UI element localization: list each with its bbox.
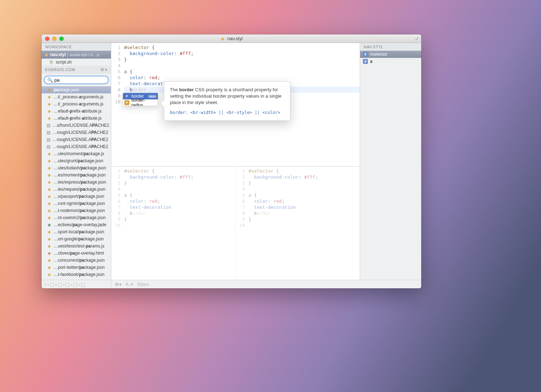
file-item[interactable]: ◈…sport-local/package.json bbox=[42, 228, 111, 235]
property-icon: P bbox=[124, 100, 129, 105]
file-name: …efault-prefix-attribute.js bbox=[54, 116, 102, 121]
file-name: …es/moment/package.json bbox=[54, 173, 106, 178]
file-icon: ▤ bbox=[47, 137, 50, 142]
file-icon: ◈ bbox=[47, 87, 52, 92]
file-item[interactable]: ▤…rough/LICENSE.APACHE2 bbox=[42, 129, 111, 136]
file-item[interactable]: ◈…ules/moment/package.js bbox=[42, 150, 111, 157]
file-item[interactable]: ◈…s/passport/package.json bbox=[42, 193, 111, 200]
file-item[interactable]: ◈…t/_process-arguments.js bbox=[42, 93, 111, 100]
file-name: …s/from/LICENSE.APACHE2 bbox=[53, 123, 109, 128]
file-name: …sport-local/package.json bbox=[54, 229, 104, 234]
file-item[interactable]: ◈…les/request/package.json bbox=[42, 186, 111, 193]
file-icon: ◈ bbox=[47, 158, 52, 163]
file-icon: ▤ bbox=[47, 130, 50, 135]
file-icon: ▤ bbox=[47, 123, 50, 128]
file-name: …port-twitter/package.json bbox=[54, 265, 105, 270]
gutter: 12345678910 bbox=[111, 43, 123, 166]
file-icon: ◈ bbox=[47, 109, 52, 114]
outline-item[interactable]: ##selector bbox=[360, 51, 421, 58]
file-name: …s/passport/package.json bbox=[54, 194, 104, 199]
project-header: EVERGIG.COM ✻▾ bbox=[42, 66, 111, 74]
file-name: …runt-ngmin/package.json bbox=[54, 201, 105, 206]
file-name: …t-facebook/package.json bbox=[54, 272, 105, 277]
file-name: …rough/LICENSE.APACHE2 bbox=[53, 130, 108, 135]
file-icon: ◈ bbox=[47, 194, 52, 199]
file-icon: ⎘ bbox=[49, 60, 54, 65]
titlebar[interactable]: ◈ nav.styl ⤢ bbox=[42, 34, 421, 43]
file-item[interactable]: ◈…ectives/page-overlay.jade bbox=[42, 221, 111, 228]
file-item[interactable]: ▤…rough/LICENSE.APACHE2 bbox=[42, 143, 111, 150]
search-input[interactable]: 🔍 bbox=[44, 76, 109, 84]
file-name: …efault-prefix-attribute.js bbox=[54, 109, 102, 114]
outline-label: #selector bbox=[370, 52, 387, 57]
file-item[interactable]: ◈…concurrent/package.json bbox=[42, 257, 111, 264]
autocomplete-item[interactable]: Pborder-radius bbox=[123, 99, 158, 106]
folder-icon[interactable]: ▢ bbox=[65, 282, 70, 287]
folder-icon[interactable]: ▢ bbox=[73, 282, 77, 287]
gear-icon[interactable]: ✻▾ bbox=[100, 66, 107, 74]
file-item[interactable]: ◈package.json bbox=[42, 86, 111, 93]
file-item[interactable]: ◈…ules/lodash/package.json bbox=[42, 164, 111, 172]
file-item[interactable]: ◈…nt-usemin2/package.json bbox=[42, 214, 111, 221]
file-name: …nt-usemin2/package.json bbox=[54, 215, 106, 220]
breadcrumb[interactable]: ⌂› ▢› ▢› ▢› ▢› ▢ bbox=[42, 280, 111, 288]
editor-window: ◈ nav.styl ⤢ WORKSPACE ◈ nav.styl | avat… bbox=[42, 34, 421, 288]
folder-icon[interactable]: ▢ bbox=[58, 282, 62, 287]
file-item[interactable]: ◈…es/moment/package.json bbox=[42, 172, 111, 179]
property-icon: P bbox=[124, 94, 129, 99]
file-item[interactable]: ◈…efault-prefix-attribute.js bbox=[42, 108, 111, 115]
file-name: …ctives/page-overlay.html bbox=[54, 251, 104, 256]
editor-area: 12345678910 #selector { background-color… bbox=[111, 43, 360, 280]
file-item[interactable]: ◈…ctives/page-overlay.html bbox=[42, 250, 111, 257]
file-item[interactable]: ◈…t-nodemon/package.json bbox=[42, 207, 111, 214]
file-item[interactable]: ◈…uest/tests/test-params.js bbox=[42, 243, 111, 250]
file-icon: ◈ bbox=[47, 272, 52, 277]
folder-icon[interactable]: ▢ bbox=[50, 282, 54, 287]
file-icon: ◈ bbox=[47, 258, 52, 263]
language-mode[interactable]: Stylus bbox=[137, 282, 149, 287]
file-icon: ◈ bbox=[47, 151, 52, 156]
file-icon: ◈ bbox=[44, 52, 49, 57]
file-item[interactable]: ▤…s/from/LICENSE.APACHE2 bbox=[42, 122, 111, 129]
footer: ⌂› ▢› ▢› ▢› ▢› ▢ ✻▾ 8, 4 Stylus bbox=[42, 280, 421, 288]
file-name: …t/_process-arguments.js bbox=[54, 94, 103, 99]
file-item[interactable]: ◈…runt-ngmin/package.json bbox=[42, 200, 111, 207]
autocomplete-label: border-radius bbox=[132, 98, 156, 106]
fullscreen-icon[interactable]: ⤢ bbox=[415, 36, 419, 42]
file-icon: ◈ bbox=[47, 94, 52, 99]
home-icon[interactable]: ⌂ bbox=[44, 282, 47, 287]
outline-item[interactable]: #a bbox=[360, 58, 421, 65]
file-icon: ◈ bbox=[47, 201, 52, 206]
file-name: …rough/LICENSE.APACHE2 bbox=[53, 144, 108, 149]
doc-tooltip: The border CSS property is a shorthand p… bbox=[164, 81, 290, 121]
selector-icon: # bbox=[363, 52, 368, 57]
file-icon: ◈ bbox=[47, 116, 52, 121]
folder-icon[interactable]: ▢ bbox=[81, 282, 85, 287]
open-files-tab[interactable]: ◈ nav.styl | avatar.styl | b…yl bbox=[42, 51, 111, 59]
file-item[interactable]: ◈…efault-prefix-attribute.js bbox=[42, 115, 111, 122]
file-item[interactable]: ◈…ules/grunt/package.json bbox=[42, 157, 111, 164]
file-item[interactable]: ▤…rough/LICENSE.APACHE2 bbox=[42, 136, 111, 143]
file-icon: ◈ bbox=[47, 236, 52, 241]
file-icon: ◈ bbox=[47, 165, 52, 170]
file-name: …ules/moment/package.js bbox=[54, 151, 104, 156]
file-item[interactable]: ◈…t/_process-arguments.js bbox=[42, 100, 111, 108]
file-item[interactable]: ◈…port-twitter/package.json bbox=[42, 264, 111, 271]
file-name: …ules/lodash/package.json bbox=[54, 165, 106, 170]
cursor-position: 8, 4 bbox=[126, 282, 133, 287]
gear-icon[interactable]: ✻▾ bbox=[115, 282, 122, 287]
editor-pane-split-left[interactable]: 12345678910#selector { background-color:… bbox=[111, 167, 235, 280]
file-item[interactable]: ◈…t-facebook/package.json bbox=[42, 271, 111, 278]
file-icon: ◈ bbox=[47, 102, 52, 107]
outline-panel: NAV.STYL ##selector#a bbox=[360, 43, 421, 280]
editor-pane-main[interactable]: 12345678910 #selector { background-color… bbox=[111, 43, 360, 167]
autocomplete-popup[interactable]: Pborder⎋escPborder-radius bbox=[123, 93, 158, 106]
search-field[interactable] bbox=[54, 77, 114, 83]
editor-pane-split-right[interactable]: 12345678910#selector { background-color:… bbox=[235, 167, 360, 280]
workspace-header: WORKSPACE bbox=[42, 43, 111, 51]
sidebar: WORKSPACE ◈ nav.styl | avatar.styl | b…y… bbox=[42, 43, 111, 280]
file-name: …ort-google/package.json bbox=[54, 236, 104, 241]
file-item[interactable]: ⎘script.sh bbox=[42, 59, 111, 66]
file-item[interactable]: ◈…les/express/package.json bbox=[42, 179, 111, 186]
file-item[interactable]: ◈…ort-google/package.json bbox=[42, 235, 111, 243]
